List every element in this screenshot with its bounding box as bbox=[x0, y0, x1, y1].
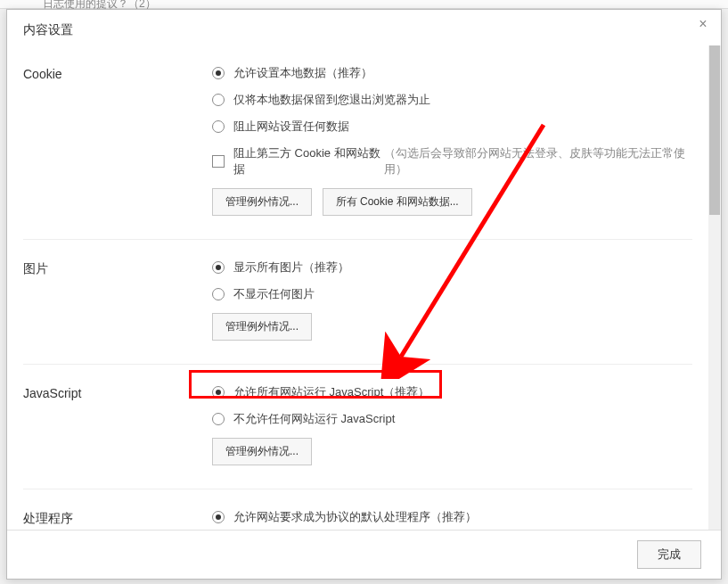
option-label: 不显示任何图片 bbox=[233, 286, 315, 302]
cookie-opt-session[interactable]: 仅将本地数据保留到您退出浏览器为止 bbox=[212, 92, 692, 108]
option-hint: （勾选后会导致部分网站无法登录、皮肤等功能无法正常使用） bbox=[384, 145, 692, 177]
checkbox-icon bbox=[212, 155, 225, 168]
javascript-opt-block[interactable]: 不允许任何网站运行 JavaScript bbox=[212, 411, 692, 427]
option-label: 显示所有图片（推荐） bbox=[233, 259, 349, 276]
content-settings-dialog: 内容设置 × Cookie 允许设置本地数据（推荐） 仅将本地数据保留到您退出浏… bbox=[6, 9, 722, 580]
option-label: 阻止第三方 Cookie 和网站数据 bbox=[233, 145, 384, 177]
section-label-handlers: 处理程序 bbox=[23, 509, 212, 530]
section-cookie: Cookie 允许设置本地数据（推荐） 仅将本地数据保留到您退出浏览器为止 阻止… bbox=[23, 45, 692, 240]
radio-icon bbox=[212, 94, 225, 106]
dialog-header: 内容设置 × bbox=[7, 10, 721, 47]
option-label: 允许所有网站运行 JavaScript（推荐） bbox=[233, 384, 429, 400]
background-content: 日志使用的提议？（2） bbox=[0, 0, 728, 9]
images-buttons: 管理例外情况... bbox=[212, 313, 692, 341]
option-label: 允许网站要求成为协议的默认处理程序（推荐） bbox=[233, 509, 477, 525]
javascript-buttons: 管理例外情况... bbox=[212, 438, 692, 465]
cookie-block-thirdparty[interactable]: 阻止第三方 Cookie 和网站数据 （勾选后会导致部分网站无法登录、皮肤等功能… bbox=[212, 145, 692, 177]
cookie-opt-allow[interactable]: 允许设置本地数据（推荐） bbox=[212, 65, 692, 81]
radio-icon bbox=[212, 413, 225, 425]
section-images: 图片 显示所有图片（推荐） 不显示任何图片 管理例外情况... bbox=[23, 240, 692, 365]
section-content-images: 显示所有图片（推荐） 不显示任何图片 管理例外情况... bbox=[212, 259, 692, 341]
javascript-opt-allow[interactable]: 允许所有网站运行 JavaScript（推荐） bbox=[212, 384, 692, 400]
radio-icon bbox=[212, 120, 225, 133]
dialog-body: Cookie 允许设置本地数据（推荐） 仅将本地数据保留到您退出浏览器为止 阻止… bbox=[7, 45, 708, 530]
scrollbar-track[interactable] bbox=[708, 45, 721, 530]
radio-icon bbox=[212, 288, 225, 300]
cookie-opt-block[interactable]: 阻止网站设置任何数据 bbox=[212, 119, 692, 135]
section-content-handlers: 允许网站要求成为协议的默认处理程序（推荐） bbox=[212, 509, 692, 530]
section-javascript: JavaScript 允许所有网站运行 JavaScript（推荐） 不允许任何… bbox=[23, 365, 692, 489]
manage-exceptions-button[interactable]: 管理例外情况... bbox=[212, 438, 312, 465]
section-content-javascript: 允许所有网站运行 JavaScript（推荐） 不允许任何网站运行 JavaSc… bbox=[212, 384, 692, 465]
option-label: 仅将本地数据保留到您退出浏览器为止 bbox=[233, 92, 430, 108]
images-opt-show[interactable]: 显示所有图片（推荐） bbox=[212, 259, 692, 276]
cookie-buttons: 管理例外情况... 所有 Cookie 和网站数据... bbox=[212, 188, 692, 216]
close-icon[interactable]: × bbox=[694, 15, 712, 33]
manage-exceptions-button[interactable]: 管理例外情况... bbox=[212, 188, 312, 216]
radio-icon bbox=[212, 261, 225, 274]
dialog-footer: 完成 bbox=[7, 530, 721, 579]
option-label: 不允许任何网站运行 JavaScript bbox=[233, 411, 395, 427]
manage-exceptions-button[interactable]: 管理例外情况... bbox=[212, 313, 312, 341]
all-cookies-button[interactable]: 所有 Cookie 和网站数据... bbox=[323, 188, 472, 216]
done-button[interactable]: 完成 bbox=[637, 540, 701, 569]
handlers-opt-allow[interactable]: 允许网站要求成为协议的默认处理程序（推荐） bbox=[212, 509, 692, 525]
scrollbar-thumb[interactable] bbox=[709, 45, 720, 215]
radio-icon bbox=[212, 67, 225, 79]
section-label-javascript: JavaScript bbox=[23, 384, 212, 465]
radio-icon bbox=[212, 511, 225, 523]
section-label-cookie: Cookie bbox=[23, 65, 212, 216]
section-handlers: 处理程序 允许网站要求成为协议的默认处理程序（推荐） bbox=[23, 489, 692, 530]
dialog-title: 内容设置 bbox=[23, 22, 73, 37]
radio-icon bbox=[212, 386, 225, 399]
images-opt-hide[interactable]: 不显示任何图片 bbox=[212, 286, 692, 302]
section-content-cookie: 允许设置本地数据（推荐） 仅将本地数据保留到您退出浏览器为止 阻止网站设置任何数… bbox=[212, 65, 692, 216]
section-label-images: 图片 bbox=[23, 259, 212, 341]
option-label: 阻止网站设置任何数据 bbox=[233, 119, 349, 135]
option-label: 允许设置本地数据（推荐） bbox=[233, 65, 372, 81]
